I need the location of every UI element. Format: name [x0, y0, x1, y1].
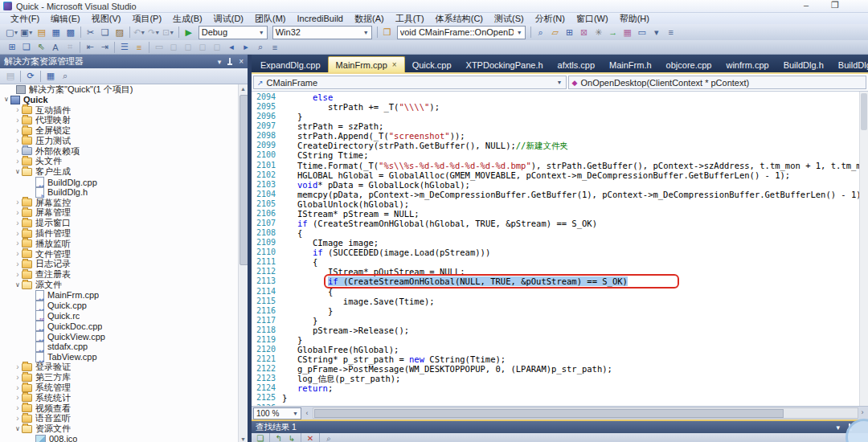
tree-item-mainfrm.cpp[interactable]: MainFrm.cpp — [0, 290, 248, 301]
menu-item-8[interactable]: IncrediBuild — [292, 14, 349, 23]
tree-item-quick.cpp[interactable]: Quick.cpp — [0, 301, 248, 311]
tree-item--quick-1-[interactable]: 解决方案"Quick"(1 个项目) — [0, 84, 248, 95]
panel-menu-icon[interactable]: ▾ — [218, 58, 222, 66]
balloon-tool-icon[interactable]: ◻ — [182, 41, 194, 54]
find-icon[interactable]: ⌕ — [323, 434, 334, 442]
collapse-icon[interactable]: ∨ — [14, 426, 22, 432]
navigate-icon[interactable]: ⊡▼ — [162, 26, 175, 39]
menu-item-15[interactable]: 帮助(H) — [614, 13, 655, 25]
tree-item-tabview.cpp[interactable]: TabView.cpp — [0, 352, 248, 362]
window-list-icon[interactable]: ⊞ — [563, 26, 576, 39]
expand-icon[interactable]: › — [14, 117, 22, 125]
scope-combo[interactable]: ↗ CMainFrame ▼ — [253, 76, 567, 89]
tree-scrollbar-thumb[interactable] — [240, 95, 248, 265]
expand-icon[interactable]: › — [14, 394, 22, 402]
goto-prev-result-icon[interactable]: ↰ — [273, 434, 285, 442]
arrow-tool-icon[interactable]: ◻ — [196, 41, 209, 54]
uncomment-lines-icon[interactable]: ≡ — [133, 41, 145, 54]
tree-item--[interactable]: ∨源文件 — [0, 280, 248, 290]
tab-builddlg.cpp[interactable]: BuildDlg.cpp — [831, 58, 868, 72]
save-all-icon[interactable]: ▩ — [64, 26, 77, 39]
expand-icon[interactable]: › — [14, 384, 22, 392]
expand-icon[interactable]: › — [14, 415, 22, 423]
expand-icon[interactable]: › — [14, 239, 22, 248]
tree-item--[interactable]: ∨资源文件 — [0, 424, 248, 434]
find-symbol-icon[interactable]: ⌕ — [534, 26, 547, 39]
collapse-icon[interactable]: ∨ — [2, 96, 10, 103]
expand-icon[interactable]: › — [14, 106, 22, 114]
form-window-icon[interactable]: ⊞ — [6, 41, 18, 54]
code-editor[interactable]: 2094209520962097209820992100210121022103… — [252, 92, 868, 406]
menu-item-9[interactable]: 数据(A) — [349, 13, 390, 25]
zoom-level-combo[interactable]: 100 %▼ — [253, 407, 301, 419]
panel-menu-icon[interactable]: ▾ — [836, 424, 840, 432]
package-icon[interactable]: ⊠ — [578, 26, 591, 39]
find-results-header[interactable]: 查找结果 1 ▾ — [252, 419, 868, 433]
tab-afxtls.cpp[interactable]: afxtls.cpp — [551, 58, 602, 72]
bookmark-next-icon[interactable]: ▸ — [240, 41, 252, 54]
expand-icon[interactable]: › — [14, 209, 22, 217]
scroll-up-icon[interactable]: ▲ — [239, 84, 248, 93]
goto-next-result-icon[interactable]: ↳ — [286, 434, 297, 442]
tab-expanddlg.cpp[interactable]: ExpandDlg.cpp — [253, 58, 328, 72]
debug-config-combo[interactable]: Debug▼ — [199, 26, 268, 39]
collapse-icon[interactable]: ∨ — [14, 169, 22, 175]
tree-item-quickdoc.cpp[interactable]: QuickDoc.cpp — [0, 321, 248, 331]
tree-item--[interactable]: ∨客户生成 — [0, 166, 248, 177]
go-to-icon[interactable]: → — [607, 26, 620, 39]
highlight-tool-icon[interactable]: ◻ — [211, 41, 223, 54]
image-editor-icon[interactable]: ▦ — [621, 26, 634, 39]
rect-tool-icon[interactable]: ▭ — [153, 41, 166, 54]
tab-mainfrm.cpp[interactable]: MainFrm.cpp× — [328, 56, 405, 72]
save-icon[interactable]: ▦ — [50, 26, 63, 39]
properties-icon[interactable]: ⌕ — [59, 70, 72, 83]
expand-icon[interactable]: › — [14, 219, 22, 227]
cut-icon[interactable]: ✂ — [84, 26, 97, 39]
tab-close-icon[interactable]: × — [392, 60, 397, 69]
scroll-left-icon[interactable]: ‹ — [301, 409, 313, 417]
show-all-files-icon[interactable]: ▦ — [44, 70, 57, 83]
indent-decrease-icon[interactable]: ⇤ — [84, 41, 96, 54]
menu-item-11[interactable]: 体系结构(C) — [430, 13, 489, 25]
expand-icon[interactable]: › — [14, 374, 22, 382]
horizontal-scrollbar-thumb[interactable] — [314, 409, 784, 418]
indent-increase-icon[interactable]: ⇥ — [98, 41, 111, 54]
magnifier-icon[interactable]: ⌕ — [254, 41, 267, 54]
tab-quick.cpp[interactable]: Quick.cpp — [405, 58, 459, 72]
scrollbar-thumb[interactable] — [861, 93, 867, 130]
toolbar-overflow-icon[interactable]: ≡ — [665, 26, 678, 39]
tree-item-stdafx.cpp[interactable]: stdafx.cpp — [0, 342, 248, 352]
tree-item-008.ico[interactable]: 008.ico — [0, 434, 248, 442]
open-file-icon[interactable]: ▤ — [35, 26, 48, 39]
platform-combo[interactable]: Win32▼ — [272, 26, 372, 39]
tree-scrollbar[interactable]: ▲ ▼ — [238, 84, 248, 442]
expand-icon[interactable]: › — [14, 137, 22, 145]
expand-icon[interactable]: › — [14, 271, 22, 279]
add-item-icon[interactable]: ▣▼ — [20, 26, 33, 39]
tree-item-quick.rc[interactable]: Quick.rc — [0, 311, 248, 321]
expand-icon[interactable]: › — [14, 158, 22, 166]
edit-label-icon[interactable]: A — [49, 41, 62, 54]
menu-item-13[interactable]: 分析(N) — [530, 13, 571, 25]
tab-winfrm.cpp[interactable]: winfrm.cpp — [719, 58, 776, 72]
tab-objcore.cpp[interactable]: objcore.cpp — [659, 58, 719, 72]
tree-item-builddlg.h[interactable]: BuildDlg.h — [0, 187, 248, 198]
minimize-button[interactable]: – — [799, 2, 813, 10]
collapse-all-icon[interactable]: ▤ — [4, 70, 17, 83]
menu-item-2[interactable]: 编辑(E) — [45, 13, 86, 25]
snap-guides-icon[interactable]: ⌗ — [63, 41, 76, 54]
bookmark-prev-icon[interactable]: ◂ — [225, 41, 238, 54]
start-debug-icon[interactable]: ▶ — [182, 26, 195, 39]
refresh-icon[interactable]: ⟳ — [24, 70, 37, 83]
scroll-down-icon[interactable]: ▼ — [239, 435, 248, 442]
menu-item-10[interactable]: 工具(T) — [390, 13, 430, 25]
undo-icon[interactable]: ↶▼ — [133, 26, 146, 39]
toolbar-options-icon[interactable]: ▾ — [650, 26, 663, 39]
menu-item-14[interactable]: 窗口(W) — [571, 13, 614, 25]
menu-item-5[interactable]: 生成(B) — [167, 13, 208, 25]
layers-icon[interactable]: ❏ — [20, 41, 33, 54]
expand-icon[interactable]: › — [14, 198, 22, 207]
tab-builddlg.h[interactable]: BuildDlg.h — [776, 58, 831, 72]
redo-icon[interactable]: ↷▼ — [148, 26, 161, 39]
maximize-button[interactable]: ❐ — [828, 2, 842, 10]
